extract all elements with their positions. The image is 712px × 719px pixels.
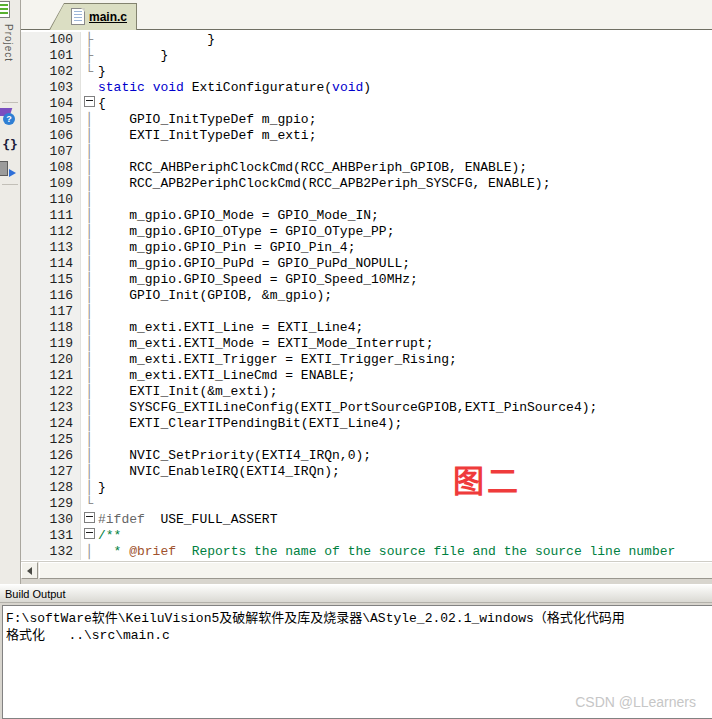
- code-line: 115│ m_gpio.GPIO_Speed = GPIO_Speed_10MH…: [21, 272, 712, 288]
- code-text: }: [98, 32, 712, 48]
- output-line: F:\softWare软件\KeiluVision5及破解软件及库及烧录器\AS…: [6, 610, 709, 627]
- code-line: 102└}: [21, 64, 712, 80]
- line-number: 131: [21, 528, 81, 544]
- fold-marker: │: [81, 384, 98, 400]
- line-number: 113: [21, 240, 81, 256]
- line-number: 102: [21, 64, 81, 80]
- fold-marker: │: [81, 400, 98, 416]
- scrollbar-thumb[interactable]: [39, 562, 712, 579]
- line-number: 129: [21, 496, 81, 512]
- scroll-left-button[interactable]: [21, 562, 38, 579]
- fold-marker: │: [81, 352, 98, 368]
- code-text: m_gpio.GPIO_OType = GPIO_OType_PP;: [98, 224, 712, 240]
- fold-marker: │: [81, 224, 98, 240]
- code-line: 130#ifdef USE_FULL_ASSERT: [21, 512, 712, 528]
- code-text: }: [98, 480, 712, 496]
- line-number: 107: [21, 144, 81, 160]
- code-text: [98, 192, 712, 208]
- fold-toggle-icon[interactable]: [81, 96, 98, 112]
- code-line: 116│ GPIO_Init(GPIOB, &m_gpio);: [21, 288, 712, 304]
- tab-label: main.c: [89, 10, 127, 24]
- line-number: 124: [21, 416, 81, 432]
- line-number: 118: [21, 320, 81, 336]
- code-text: #ifdef USE_FULL_ASSERT: [98, 512, 712, 528]
- code-text: GPIO_Init(GPIOB, &m_gpio);: [98, 288, 712, 304]
- fold-marker: ├: [81, 32, 98, 48]
- code-line: 122│ EXTI_Init(&m_exti);: [21, 384, 712, 400]
- code-line: 132│ * @brief Reports the name of the so…: [21, 544, 712, 560]
- line-number: 110: [21, 192, 81, 208]
- line-number: 104: [21, 96, 81, 112]
- code-line: 103static void ExtiConfigurature(void): [21, 80, 712, 96]
- fold-marker: │: [81, 272, 98, 288]
- code-line: 128│}: [21, 480, 712, 496]
- fold-marker: │: [81, 208, 98, 224]
- fold-marker: │: [81, 368, 98, 384]
- build-output-title: Build Output: [0, 584, 712, 603]
- code-line: 121│ m_exti.EXTI_LineCmd = ENABLE;: [21, 368, 712, 384]
- code-line: 100├ }: [21, 32, 712, 48]
- line-number: 120: [21, 352, 81, 368]
- code-line: 112│ m_gpio.GPIO_OType = GPIO_OType_PP;: [21, 224, 712, 240]
- fold-marker: ├: [81, 48, 98, 64]
- templates-tab-icon[interactable]: [1, 160, 19, 178]
- code-text: }: [98, 48, 712, 64]
- divider: [2, 102, 18, 103]
- fold-toggle-icon[interactable]: [81, 512, 98, 528]
- code-text: RCC_AHBPeriphClockCmd(RCC_AHBPeriph_GPIO…: [98, 160, 712, 176]
- template-page-icon: [0, 161, 8, 176]
- line-number: 127: [21, 464, 81, 480]
- fold-marker: │: [81, 288, 98, 304]
- code-text: [98, 496, 712, 512]
- fold-toggle-icon[interactable]: [81, 528, 98, 544]
- code-lines: 100├ }101├ }102└}103static void ExtiConf…: [21, 32, 712, 560]
- sidebar-tab-project[interactable]: Project: [3, 24, 14, 62]
- build-output-panel: Build Output F:\softWare软件\KeiluVision5及…: [0, 584, 712, 719]
- fold-marker: │: [81, 464, 98, 480]
- build-output-content[interactable]: F:\softWare软件\KeiluVision5及破解软件及库及烧录器\AS…: [2, 605, 712, 719]
- books-tab-icon[interactable]: ?: [1, 108, 19, 126]
- code-line: 127│ NVIC_EnableIRQ(EXTI4_IRQn);: [21, 464, 712, 480]
- code-text: m_exti.EXTI_Trigger = EXTI_Trigger_Risin…: [98, 352, 712, 368]
- code-text: m_exti.EXTI_LineCmd = ENABLE;: [98, 368, 712, 384]
- tab-main-c[interactable]: main.c: [49, 3, 137, 30]
- divider: [2, 184, 18, 185]
- fold-marker: │: [81, 416, 98, 432]
- line-number: 116: [21, 288, 81, 304]
- code-line: 119│ m_exti.EXTI_Mode = EXTI_Mode_Interr…: [21, 336, 712, 352]
- line-number: 130: [21, 512, 81, 528]
- code-line: 129└: [21, 496, 712, 512]
- line-number: 122: [21, 384, 81, 400]
- code-editor[interactable]: 100├ }101├ }102└}103static void ExtiConf…: [21, 30, 712, 579]
- code-line: 108│ RCC_AHBPeriphClockCmd(RCC_AHBPeriph…: [21, 160, 712, 176]
- line-number: 121: [21, 368, 81, 384]
- code-line: 120│ m_exti.EXTI_Trigger = EXTI_Trigger_…: [21, 352, 712, 368]
- arrow-right-icon: [9, 169, 16, 177]
- fold-marker: │: [81, 448, 98, 464]
- line-number: 105: [21, 112, 81, 128]
- output-lines: F:\softWare软件\KeiluVision5及破解软件及库及烧录器\AS…: [6, 610, 709, 644]
- fold-marker: │: [81, 256, 98, 272]
- code-text: [98, 304, 712, 320]
- code-text: m_gpio.GPIO_Speed = GPIO_Speed_10MHz;: [98, 272, 712, 288]
- code-text: EXTI_InitTypeDef m_exti;: [98, 128, 712, 144]
- code-text: SYSCFG_EXTILineConfig(EXTI_PortSourceGPI…: [98, 400, 712, 416]
- code-line: 123│ SYSCFG_EXTILineConfig(EXTI_PortSour…: [21, 400, 712, 416]
- fold-marker: │: [81, 144, 98, 160]
- line-number: 119: [21, 336, 81, 352]
- code-line: 101├ }: [21, 48, 712, 64]
- fold-marker: └: [81, 64, 98, 80]
- code-text: RCC_APB2PeriphClockCmd(RCC_APB2Periph_SY…: [98, 176, 712, 192]
- functions-tab-icon[interactable]: {}: [1, 136, 19, 154]
- horizontal-scrollbar[interactable]: [21, 561, 712, 579]
- code-line: 107│: [21, 144, 712, 160]
- code-line: 111│ m_gpio.GPIO_Mode = GPIO_Mode_IN;: [21, 208, 712, 224]
- code-line: 114│ m_gpio.GPIO_PuPd = GPIO_PuPd_NOPULL…: [21, 256, 712, 272]
- code-text: m_gpio.GPIO_PuPd = GPIO_PuPd_NOPULL;: [98, 256, 712, 272]
- fold-marker: │: [81, 432, 98, 448]
- line-number: 123: [21, 400, 81, 416]
- line-number: 108: [21, 160, 81, 176]
- line-number: 117: [21, 304, 81, 320]
- line-number: 106: [21, 128, 81, 144]
- fold-marker: [81, 80, 98, 96]
